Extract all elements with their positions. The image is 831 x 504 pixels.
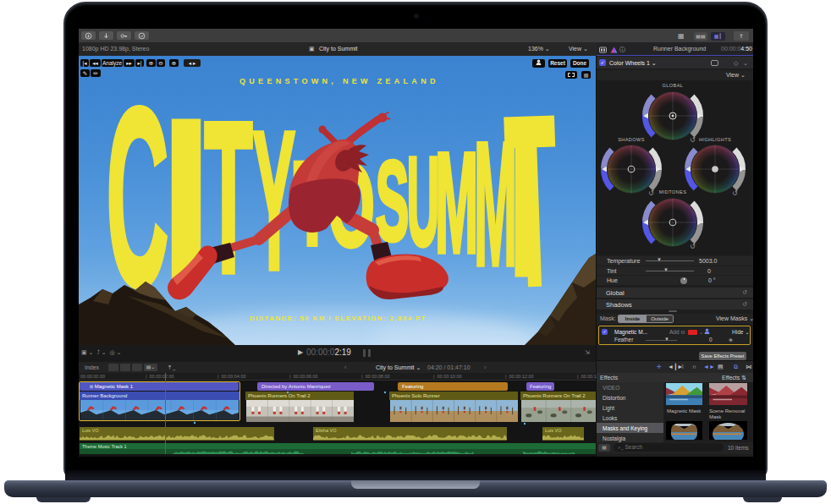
svg-text:T: T [204,76,253,318]
svg-text:T: T [502,65,562,336]
svg-text:M: M [435,123,478,282]
